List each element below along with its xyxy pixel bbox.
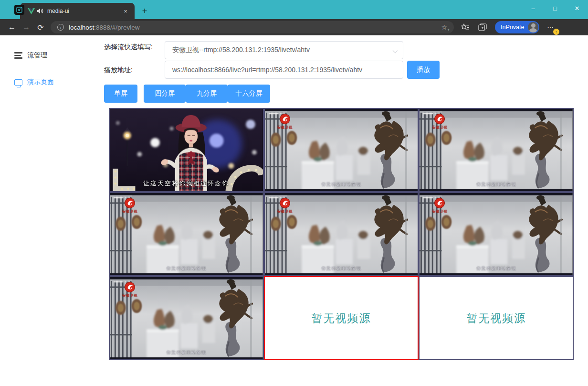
video-cell-singer[interactable]: 让这天空将你我相连怀念你	[109, 108, 264, 192]
sidebar-item-label: 演示页面	[27, 78, 54, 86]
monitor-icon	[14, 79, 22, 86]
tv-stream-frame	[265, 193, 418, 275]
split-screen-button-group: 四分屏 九分屏 十六分屏	[144, 85, 270, 103]
four-split-button[interactable]: 四分屏	[144, 85, 186, 103]
video-cell-empty[interactable]: 暂无视频源	[419, 276, 574, 360]
tv-stream-frame	[265, 109, 418, 191]
add-favorite-icon[interactable]: ☆+	[439, 23, 449, 31]
vue-logo-icon	[28, 8, 35, 14]
url-path: :8888/#/preview	[94, 24, 139, 31]
notification-badge: ↑	[553, 29, 559, 35]
sidebar: 流管理 演示页面	[0, 35, 104, 386]
play-address-input[interactable]	[165, 61, 403, 79]
main-panel: 选择流快速填写: 播放地址: 播放 单屏 四分屏 九分屏 十六分屏 让这天空将你…	[104, 35, 588, 386]
browser-navbar: ← → ⟳ i localhost:8888/#/preview ☆+ InPr…	[0, 19, 588, 35]
workspace-icon[interactable]	[14, 5, 24, 15]
tv-stream-frame	[420, 109, 573, 191]
new-tab-button[interactable]: +	[138, 5, 151, 17]
no-source-text: 暂无视频源	[466, 311, 526, 326]
video-cell-sculpture[interactable]: 安徽卫视 你觉得是用站像现	[109, 276, 264, 360]
video-cell-empty-selected[interactable]: 暂无视频源	[264, 276, 419, 360]
video-cell-sculpture[interactable]: 安徽卫视 你觉得是用站像现	[109, 192, 264, 276]
window-close-button[interactable]: ✕	[566, 0, 588, 16]
sixteen-split-button[interactable]: 十六分屏	[228, 85, 270, 103]
collections-icon[interactable]	[478, 23, 487, 31]
sidebar-item-demo-page[interactable]: 演示页面	[0, 69, 104, 96]
window-minimize-button[interactable]: –	[522, 0, 544, 16]
tab-close-icon[interactable]: ×	[121, 7, 130, 15]
nine-split-button[interactable]: 九分屏	[186, 85, 228, 103]
stream-list-icon	[14, 52, 22, 59]
sidebar-item-stream-management[interactable]: 流管理	[0, 42, 104, 69]
stream-select[interactable]	[165, 41, 403, 59]
site-info-icon[interactable]: i	[57, 24, 64, 31]
play-button[interactable]: 播放	[407, 61, 440, 79]
refresh-icon[interactable]: ⟳	[33, 21, 48, 33]
avatar	[528, 22, 538, 32]
back-icon[interactable]: ←	[5, 21, 19, 33]
music-video-frame	[110, 109, 263, 191]
address-bar[interactable]: i localhost:8888/#/preview ☆+	[51, 21, 454, 33]
window-maximize-button[interactable]: □	[544, 0, 566, 16]
tv-stream-frame	[110, 277, 263, 359]
video-grid: 让这天空将你我相连怀念你 安徽卫视 你觉得是用站像现 安徽卫视 你觉得是用站像现…	[109, 108, 574, 360]
video-cell-sculpture[interactable]: 安徽卫视 你觉得是用站像现	[419, 108, 574, 192]
video-cell-sculpture[interactable]: 安徽卫视 你觉得是用站像现	[264, 108, 419, 192]
video-cell-sculpture[interactable]: 安徽卫视 你觉得是用站像现	[419, 192, 574, 276]
more-menu-icon[interactable]: ⋯↑	[543, 23, 558, 31]
tv-stream-frame	[420, 193, 573, 275]
inprivate-label: InPrivate	[501, 24, 524, 31]
tv-stream-frame	[110, 193, 263, 275]
browser-tab[interactable]: media-ui ×	[20, 3, 135, 19]
inprivate-badge[interactable]: InPrivate	[495, 21, 539, 33]
video-cell-sculpture[interactable]: 安徽卫视 你觉得是用站像现	[264, 192, 419, 276]
forward-icon: →	[19, 21, 33, 33]
sidebar-item-label: 流管理	[27, 51, 47, 60]
tab-title: media-ui	[47, 8, 121, 14]
speaker-icon[interactable]	[37, 8, 43, 14]
browser-titlebar: media-ui × + – □ ✕	[0, 0, 588, 19]
favorites-hub-icon[interactable]	[461, 23, 470, 31]
play-address-label: 播放地址:	[104, 61, 165, 79]
single-screen-button[interactable]: 单屏	[104, 85, 137, 103]
select-stream-label: 选择流快速填写:	[104, 41, 165, 59]
url-host: localhost	[69, 24, 94, 31]
url-text[interactable]: localhost:8888/#/preview	[69, 24, 439, 31]
no-source-text: 暂无视频源	[311, 311, 371, 326]
